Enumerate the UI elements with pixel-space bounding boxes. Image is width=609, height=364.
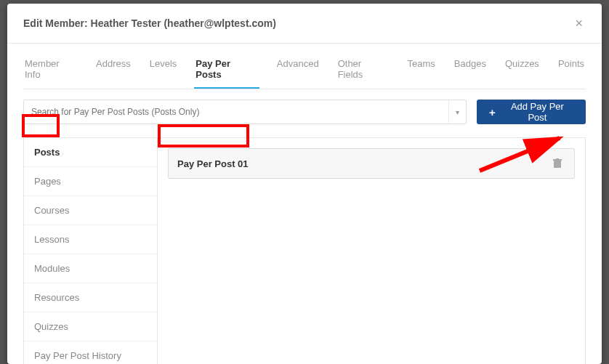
tab-points[interactable]: Points	[557, 52, 586, 89]
svg-rect-0	[554, 161, 561, 168]
category-modules[interactable]: Modules	[24, 254, 157, 283]
edit-member-modal: Edit Member: Heather Tester (heather@wlp…	[7, 4, 602, 364]
tab-address[interactable]: Address	[94, 52, 132, 89]
tab-pay-per-posts[interactable]: Pay Per Posts	[194, 52, 259, 89]
record-label: Pay Per Post 01	[177, 158, 249, 169]
category-pay-per-post-history[interactable]: Pay Per Post History	[24, 341, 157, 364]
records-panel: Pay Per Post 01	[158, 137, 586, 364]
plus-icon: +	[489, 107, 496, 118]
content-row: Posts Pages Courses Lessons Modules Reso…	[23, 137, 586, 364]
chevron-down-icon[interactable]: ▾	[448, 100, 466, 124]
category-pages[interactable]: Pages	[24, 166, 157, 195]
tab-badges[interactable]: Badges	[453, 52, 488, 89]
modal-body: Member Info Address Levels Pay Per Posts…	[7, 44, 602, 364]
svg-rect-2	[556, 158, 559, 160]
search-row: ▾ + Add Pay Per Post	[23, 100, 586, 124]
search-input[interactable]	[24, 107, 448, 117]
modal-header: Edit Member: Heather Tester (heather@wlp…	[7, 4, 602, 44]
trash-icon	[553, 158, 562, 169]
search-select[interactable]: ▾	[23, 100, 467, 124]
tab-teams[interactable]: Teams	[406, 52, 437, 89]
tab-quizzes[interactable]: Quizzes	[504, 52, 541, 89]
category-posts[interactable]: Posts	[24, 138, 157, 166]
tab-advanced[interactable]: Advanced	[275, 52, 320, 89]
category-list: Posts Pages Courses Lessons Modules Reso…	[23, 137, 158, 364]
category-lessons[interactable]: Lessons	[24, 225, 157, 254]
modal-title: Edit Member: Heather Tester (heather@wlp…	[23, 17, 276, 29]
tab-bar: Member Info Address Levels Pay Per Posts…	[23, 52, 586, 89]
close-icon[interactable]: ×	[569, 14, 589, 33]
record-row: Pay Per Post 01	[168, 148, 575, 179]
tab-member-info[interactable]: Member Info	[23, 52, 78, 89]
category-quizzes[interactable]: Quizzes	[24, 312, 157, 341]
tab-other-fields[interactable]: Other Fields	[336, 52, 390, 89]
tab-levels[interactable]: Levels	[148, 52, 179, 89]
add-pay-per-post-button[interactable]: + Add Pay Per Post	[477, 100, 586, 124]
category-courses[interactable]: Courses	[24, 195, 157, 225]
category-resources[interactable]: Resources	[24, 283, 157, 312]
delete-record-button[interactable]	[549, 155, 565, 171]
add-button-label: Add Pay Per Post	[501, 101, 573, 123]
